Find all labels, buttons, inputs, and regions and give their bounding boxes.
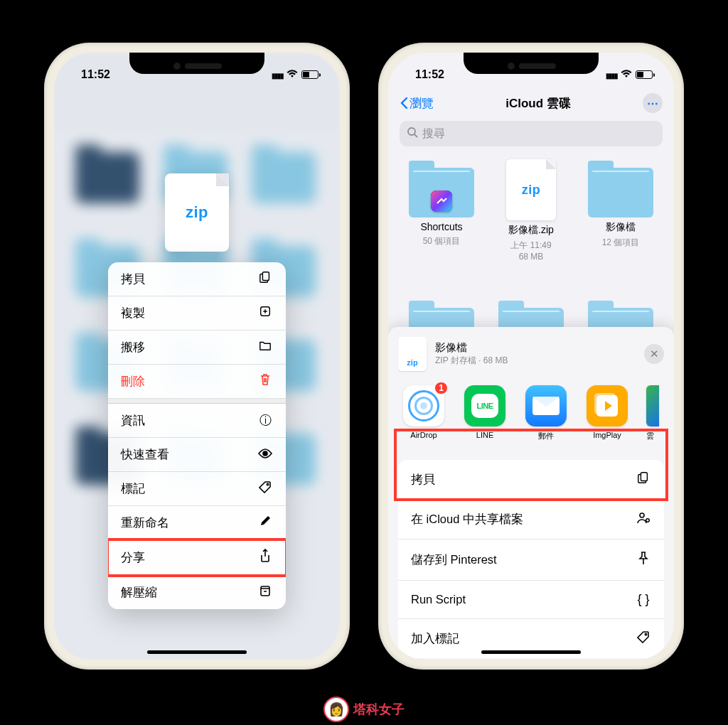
nav-bar: 瀏覽 iCloud 雲碟 ⋯: [388, 87, 674, 119]
svg-point-2: [263, 451, 267, 456]
partial-app-icon: [646, 385, 659, 426]
person-add-icon: [636, 511, 651, 527]
info-icon: ⓘ: [257, 412, 273, 429]
menu-divider: [108, 399, 286, 404]
folder-icon: [257, 340, 273, 355]
sheet-subtitle: ZIP 封存檔 · 68 MB: [435, 355, 508, 367]
watermark-text: 塔科女子: [353, 701, 405, 718]
file-item-zip[interactable]: zip 影像檔.zip 上午 11:4968 MB: [492, 159, 570, 262]
line-icon: LINE: [464, 385, 505, 426]
search-input[interactable]: 搜尋: [400, 121, 663, 146]
back-label: 瀏覽: [410, 95, 434, 112]
menu-label: 重新命名: [121, 515, 169, 531]
file-grid: Shortcuts 50 個項目 zip 影像檔.zip 上午 11:4968 …: [388, 155, 674, 267]
menu-move[interactable]: 搬移: [108, 331, 286, 365]
zip-badge-label: zip: [186, 203, 208, 222]
app-label: LINE: [476, 431, 493, 439]
wifi-icon: [287, 69, 298, 80]
status-time: 11:52: [81, 68, 110, 81]
share-app-mail[interactable]: 郵件: [523, 385, 569, 441]
sheet-header: zip 影像檔 ZIP 封存檔 · 68 MB ✕: [388, 327, 674, 378]
more-button[interactable]: ⋯: [643, 93, 663, 113]
share-app-imgplay[interactable]: ImgPlay: [584, 385, 630, 441]
svg-point-5: [408, 128, 415, 135]
tag-icon: [257, 480, 273, 497]
action-pinterest[interactable]: 儲存到 Pinterest: [398, 539, 664, 581]
context-menu: 拷貝 複製 搬移 刪除: [108, 262, 286, 609]
menu-delete[interactable]: 刪除: [108, 365, 286, 399]
braces-icon: { }: [636, 592, 651, 607]
shortcuts-badge-icon: [431, 190, 452, 212]
action-label: 加入標記: [411, 631, 459, 647]
menu-label: 解壓縮: [121, 584, 157, 601]
pin-icon: [636, 551, 651, 569]
close-icon: ✕: [650, 348, 659, 360]
trash-icon: [257, 373, 273, 390]
menu-copy[interactable]: 拷貝: [108, 262, 286, 296]
menu-label: 分享: [121, 549, 145, 566]
airdrop-icon: 1: [403, 385, 444, 426]
copy-icon: [636, 471, 651, 488]
menu-share[interactable]: 分享: [108, 540, 286, 576]
menu-tags[interactable]: 標記: [108, 472, 286, 506]
menu-label: 複製: [121, 305, 145, 321]
back-button[interactable]: 瀏覽: [400, 95, 434, 112]
share-app-line[interactable]: LINE LINE: [462, 385, 508, 441]
action-copy[interactable]: 拷貝: [398, 460, 664, 500]
svg-rect-6: [431, 190, 452, 212]
file-name: 影像檔.zip: [508, 224, 554, 237]
action-label: 在 iCloud 中共享檔案: [411, 512, 523, 527]
close-button[interactable]: ✕: [644, 344, 664, 364]
ellipsis-icon: ⋯: [647, 97, 658, 110]
action-run-script[interactable]: Run Script { }: [398, 581, 664, 619]
copy-icon: [257, 271, 273, 287]
mail-icon: [525, 385, 567, 426]
svg-rect-7: [641, 473, 647, 481]
app-label: 雲: [646, 431, 659, 441]
menu-uncompress[interactable]: 解壓縮: [108, 576, 286, 609]
app-label: 郵件: [538, 431, 554, 441]
sheet-file-thumb: zip: [398, 337, 427, 371]
share-app-partial[interactable]: 雲: [646, 385, 660, 441]
search-icon: [407, 127, 418, 141]
menu-label: 刪除: [121, 373, 145, 390]
tag-icon: [636, 630, 651, 647]
share-actions: 拷貝 在 iCloud 中共享檔案 儲存到 Pinterest: [398, 460, 664, 658]
menu-label: 拷貝: [121, 271, 145, 287]
menu-label: 快速查看: [121, 446, 169, 463]
action-icloud-share[interactable]: 在 iCloud 中共享檔案: [398, 500, 664, 539]
action-label: Run Script: [411, 593, 466, 606]
menu-quicklook[interactable]: 快速查看: [108, 438, 286, 472]
archive-icon: [257, 584, 273, 601]
zip-badge-label: zip: [522, 183, 541, 198]
phone-right: 11:52 瀏覽 iCloud 雲碟 ⋯: [378, 43, 684, 670]
file-name: 影像檔: [606, 221, 636, 234]
menu-duplicate[interactable]: 複製: [108, 296, 286, 331]
action-label: 儲存到 Pinterest: [411, 552, 497, 568]
menu-rename[interactable]: 重新命名: [108, 506, 286, 540]
eye-icon: [257, 448, 273, 462]
svg-point-10: [645, 633, 646, 635]
battery-icon: [301, 70, 318, 79]
menu-label: 資訊: [121, 412, 145, 429]
file-meta: 50 個項目: [423, 236, 461, 247]
share-sheet: zip 影像檔 ZIP 封存檔 · 68 MB ✕ 1: [388, 327, 674, 660]
device-notch: [129, 53, 264, 74]
file-item-folder[interactable]: 影像檔 12 個項目: [582, 159, 660, 262]
svg-point-3: [267, 483, 268, 485]
imgplay-icon: [587, 385, 628, 426]
notification-badge: 1: [434, 381, 449, 395]
folder-icon: [409, 168, 474, 218]
file-preview-zip: zip: [165, 173, 229, 252]
zip-file-icon: zip: [506, 159, 556, 220]
menu-info[interactable]: 資訊 ⓘ: [108, 404, 286, 438]
action-label: 拷貝: [411, 472, 435, 488]
chevron-left-icon: [400, 97, 408, 109]
file-item-shortcuts[interactable]: Shortcuts 50 個項目: [402, 159, 481, 262]
cellular-icon: [272, 68, 283, 81]
pencil-icon: [257, 515, 273, 530]
menu-label: 搬移: [121, 339, 145, 355]
share-app-airdrop[interactable]: 1 AirDrop: [401, 385, 446, 441]
wifi-icon: [621, 69, 632, 80]
share-apps-row[interactable]: 1 AirDrop LINE LINE 郵件: [388, 378, 674, 447]
